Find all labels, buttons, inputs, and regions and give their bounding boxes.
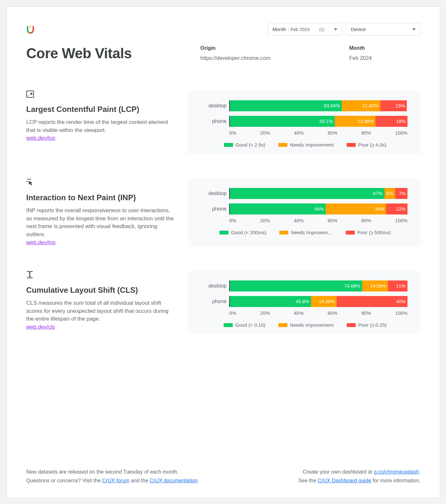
- bar-row: desktop74.68%14.59%11%: [206, 280, 407, 291]
- metric-inp: Interaction to Next Paint (INP) INP repo…: [26, 178, 420, 247]
- origin-label: Origin: [200, 45, 349, 51]
- footer-right: Create your own dashboard at g.co/chrome…: [298, 467, 420, 485]
- bar-seg-poor: 11%: [388, 280, 407, 291]
- lcp-icon: [26, 91, 175, 99]
- device-label: phone: [206, 299, 229, 304]
- cls-chart: desktop74.68%14.59%11%phone45.8%14.39%40…: [188, 271, 420, 334]
- cls-icon: [26, 271, 175, 280]
- month-filter-label: Month: [273, 27, 286, 32]
- svg-point-2: [28, 95, 29, 96]
- bar-seg-ni: 22.98%: [335, 116, 375, 127]
- bar-row: phone59.1%22.98%18%: [206, 116, 407, 127]
- svg-rect-1: [27, 91, 34, 97]
- chart-legend: Good (< 0.10)Needs ImprovementPoor (≥ 0.…: [203, 322, 407, 328]
- bar-seg-ni: 6%: [385, 188, 395, 199]
- inp-title: Interaction to Next Paint (INP): [26, 193, 175, 202]
- bar-row: phone54%34%12%: [206, 203, 407, 214]
- device-label: phone: [206, 206, 229, 212]
- chromeuxdash-link[interactable]: g.co/chromeuxdash: [374, 469, 419, 475]
- bar-seg-poor: 7%: [395, 188, 407, 199]
- inp-icon: [26, 178, 175, 187]
- chart-axis: 0%20%40%60%80%100%: [229, 130, 407, 136]
- lcp-chart: desktop63.04%21.62%15%phone59.1%22.98%18…: [188, 91, 420, 154]
- bar-seg-good: 54%: [230, 203, 326, 214]
- chart-legend: Good (< 200ms)Needs Improvem…Poor (≥ 500…: [203, 230, 407, 235]
- cls-link[interactable]: web.dev/cls: [26, 324, 55, 330]
- bar-row: desktop63.04%21.62%15%: [206, 100, 407, 111]
- chevron-down-icon: [412, 28, 416, 30]
- month-filter-count: (1): [319, 27, 324, 32]
- device-filter[interactable]: Device: [346, 23, 420, 36]
- month-filter[interactable]: Month: Feb 2024 (1): [268, 23, 342, 36]
- svg-point-0: [30, 26, 31, 27]
- inp-chart: desktop87%6%7%phone54%34%12%0%20%40%60%8…: [188, 178, 420, 247]
- cls-title: Cumulative Layout Shift (CLS): [26, 286, 175, 295]
- bar-row: desktop87%6%7%: [206, 188, 407, 199]
- device-filter-label: Device: [351, 27, 366, 32]
- bar-seg-good: 63.04%: [230, 100, 342, 111]
- crux-forum-link[interactable]: CrUX forum: [102, 478, 129, 483]
- bar-seg-ni: 14.59%: [362, 280, 388, 291]
- inp-desc: INP reports the overall responsiveness t…: [26, 207, 173, 237]
- crux-docs-link[interactable]: CrUX documentation: [150, 478, 198, 483]
- bar-seg-ni: 21.62%: [342, 100, 380, 111]
- chart-axis: 0%20%40%60%80%100%: [229, 218, 407, 223]
- lcp-desc: LCP reports the render time of the large…: [26, 119, 168, 133]
- page-title: Core Web Vitals: [26, 45, 200, 61]
- origin-value: https://developer.chrome.com: [200, 55, 349, 61]
- dashboard-guide-link[interactable]: CrUX Dashboard guide: [318, 478, 371, 483]
- bar-seg-poor: 18%: [375, 116, 407, 127]
- crux-logo-icon: [26, 25, 35, 34]
- bar-seg-poor: 40%: [337, 296, 407, 307]
- device-label: phone: [206, 118, 229, 124]
- inp-link[interactable]: web.dev/inp: [26, 239, 56, 246]
- bar-row: phone45.8%14.39%40%: [206, 296, 407, 307]
- bar-seg-ni: 14.39%: [311, 296, 337, 307]
- month-label: Month: [349, 45, 420, 51]
- bar-seg-good: 59.1%: [230, 116, 335, 127]
- lcp-link[interactable]: web.dev/lcp: [26, 135, 55, 141]
- month-filter-value: : Feb 2024: [288, 27, 310, 32]
- footer-left: New datasets are released on the second …: [26, 467, 199, 485]
- metric-cls: Cumulative Layout Shift (CLS) CLS measur…: [26, 271, 420, 334]
- bar-seg-poor: 15%: [380, 100, 407, 111]
- chevron-down-icon: [334, 28, 337, 30]
- device-label: desktop: [206, 191, 229, 196]
- bar-seg-good: 45.8%: [230, 296, 311, 307]
- cls-desc: CLS measures the sum total of all indivi…: [26, 300, 168, 322]
- bar-seg-poor: 12%: [386, 203, 407, 214]
- bar-seg-ni: 34%: [326, 203, 386, 214]
- metric-lcp: Largest Contentful Paint (LCP) LCP repor…: [26, 91, 420, 154]
- chart-legend: Good (< 2.5s)Needs ImprovementPoor (≥ 4.…: [203, 142, 407, 148]
- device-label: desktop: [206, 103, 229, 109]
- device-label: desktop: [206, 283, 229, 289]
- bar-seg-good: 74.68%: [230, 280, 362, 291]
- lcp-title: Largest Contentful Paint (LCP): [26, 105, 175, 114]
- bar-seg-good: 87%: [230, 188, 385, 199]
- chart-axis: 0%20%40%60%80%100%: [229, 310, 407, 316]
- month-value: Feb 2024: [349, 55, 420, 61]
